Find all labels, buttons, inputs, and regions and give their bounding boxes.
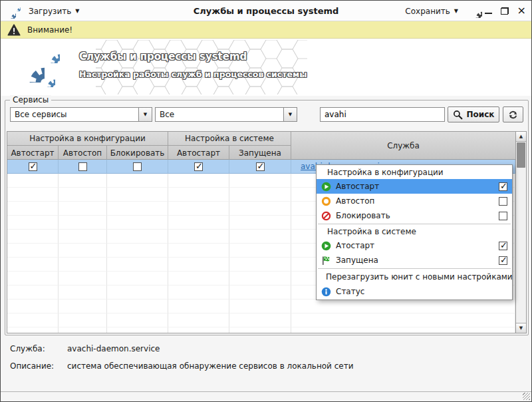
- hero-header: Службы и процессы systemd Настройка рабо…: [1, 39, 531, 96]
- table-row-empty[interactable]: [7, 300, 515, 313]
- menu-item-status[interactable]: Статус: [317, 284, 512, 299]
- load-button[interactable]: Загрузить ▼: [25, 4, 83, 18]
- block-icon: [321, 211, 331, 221]
- window-controls: ×: [485, 1, 526, 21]
- menu-separator: [318, 268, 511, 269]
- chevron-down-icon: ▼: [75, 9, 79, 14]
- load-button-label: Загрузить: [29, 7, 71, 16]
- menu-section-config: Настройка в конфигурации: [317, 166, 512, 179]
- refresh-button[interactable]: [503, 106, 523, 122]
- vertical-scrollbar[interactable]: ▲ ▼: [516, 131, 527, 333]
- autostart-system-checkbox[interactable]: [194, 162, 203, 171]
- table-row-empty[interactable]: [7, 313, 515, 327]
- page-subtitle: Настройка работы служб и процессов систе…: [79, 69, 307, 79]
- flag-icon: [321, 256, 331, 266]
- service-type-select[interactable]: Все сервисы ▼: [10, 107, 152, 122]
- scrollbar-thumb[interactable]: [517, 142, 525, 168]
- running-system-checkbox[interactable]: [256, 162, 265, 171]
- menu-item-autostart-system[interactable]: Атостарт: [317, 238, 512, 253]
- window-title: Службы и процессы systemd: [100, 6, 432, 16]
- play-icon: [321, 182, 331, 192]
- warning-icon: [7, 24, 21, 36]
- menu-autostop-config-checkbox[interactable]: [499, 197, 507, 206]
- save-button-label: Сохранить: [405, 7, 450, 16]
- column-header-block-config: Блокировать: [107, 146, 168, 160]
- menu-item-block-config[interactable]: Блокировать: [317, 208, 512, 223]
- logo-gear-small-icon: [41, 44, 60, 63]
- play-icon: [321, 241, 331, 251]
- menu-section-system: Настройка в системе: [317, 225, 512, 238]
- chevron-down-icon[interactable]: ▼: [138, 108, 152, 121]
- description-detail-value: система обеспечивающая обнаружение серви…: [67, 361, 353, 371]
- group-header-config: Настройка в конфигурации: [7, 132, 168, 146]
- warning-text: Внимание!: [27, 25, 72, 35]
- column-header-autostop-config: Автостоп: [59, 146, 107, 160]
- column-header-autostart-system: Автостарт: [168, 146, 229, 160]
- scroll-up-button[interactable]: ▲: [516, 132, 526, 142]
- menu-autostart-config-checkbox[interactable]: [499, 182, 507, 191]
- hexagon-pattern: [96, 40, 307, 95]
- group-header-system: Настройка в системе: [168, 132, 291, 146]
- minimize-button[interactable]: [485, 13, 492, 14]
- menu-separator: [318, 224, 511, 224]
- resize-grip[interactable]: [523, 393, 530, 400]
- page-title: Службы и процессы systemd: [79, 51, 247, 63]
- column-header-running-system: Запущена: [229, 146, 291, 160]
- stop-ring-icon: [321, 196, 331, 206]
- services-legend: Сервисы: [10, 95, 51, 104]
- service-type-value: Все сервисы: [11, 110, 138, 119]
- service-detail-label: Служба:: [10, 344, 45, 353]
- state-filter-select[interactable]: Все ▼: [155, 107, 297, 122]
- settings-gear-icon[interactable]: [469, 5, 482, 18]
- title-bar: Загрузить ▼ Службы и процессы systemd Со…: [1, 1, 531, 21]
- autostop-config-checkbox[interactable]: [78, 162, 87, 171]
- refresh-icon: [508, 110, 518, 120]
- column-header-autostart-config: Автостарт: [7, 146, 59, 160]
- autostart-config-checkbox[interactable]: [29, 162, 37, 171]
- maximize-button[interactable]: [501, 7, 509, 15]
- warning-banner: Внимание!: [1, 21, 531, 39]
- search-input[interactable]: [320, 107, 445, 122]
- menu-item-reload-unit[interactable]: Перезагрузить юнит с новыми настройками: [317, 270, 512, 284]
- search-button-label: Поиск: [467, 110, 495, 119]
- description-detail-label: Описание:: [10, 361, 54, 371]
- service-detail-value: avachi-daemon.service: [67, 344, 160, 353]
- search-icon: [453, 110, 463, 120]
- status-bar: [1, 391, 531, 401]
- menu-block-config-checkbox[interactable]: [499, 212, 507, 220]
- state-filter-value: Все: [156, 110, 283, 119]
- menu-item-autostart-config[interactable]: Автостарт: [317, 179, 512, 194]
- close-button[interactable]: ×: [517, 5, 526, 16]
- table-row-empty[interactable]: [7, 327, 515, 333]
- menu-running-system-checkbox[interactable]: [499, 256, 507, 265]
- app-window: Загрузить ▼ Службы и процессы systemd Со…: [0, 0, 532, 402]
- block-config-checkbox[interactable]: [133, 162, 142, 171]
- column-header-service: Служба: [291, 132, 515, 160]
- context-menu: Настройка в конфигурации Автостарт Автос…: [316, 164, 513, 300]
- table-header: Настройка в конфигурации Настройка в сис…: [7, 132, 515, 160]
- chevron-down-icon: ▼: [454, 9, 458, 14]
- info-icon: [321, 287, 331, 297]
- menu-item-autostop-config[interactable]: Автостоп: [317, 194, 512, 208]
- menu-item-running-system[interactable]: Запущена: [317, 253, 512, 268]
- search-button[interactable]: Поиск: [448, 106, 499, 122]
- chevron-down-icon[interactable]: ▼: [283, 108, 297, 121]
- menu-autostart-system-checkbox[interactable]: [499, 242, 507, 250]
- logo-gear-small-icon: [39, 71, 55, 87]
- scroll-down-button[interactable]: ▼: [516, 323, 526, 333]
- app-gears-icon: [5, 3, 23, 19]
- save-button[interactable]: Сохранить ▼: [401, 4, 462, 18]
